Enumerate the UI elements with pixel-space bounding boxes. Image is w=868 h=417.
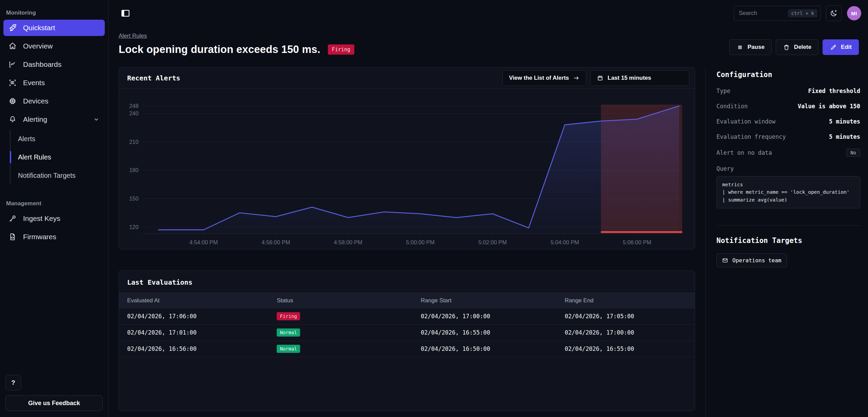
sidebar-toggle-icon[interactable] <box>120 8 131 18</box>
config-row: Condition Value is above 150 <box>716 103 860 110</box>
edit-button-label: Edit <box>841 44 852 51</box>
chart-icon <box>8 60 17 69</box>
content: Recent Alerts View the List of Alerts La… <box>108 67 705 417</box>
envelope-icon <box>722 257 728 264</box>
recent-alerts-card: Recent Alerts View the List of Alerts La… <box>119 67 695 249</box>
home-icon <box>8 42 17 51</box>
sidebar-item-label: Devices <box>23 97 48 105</box>
search-shortcut-kbd: ctrl + k <box>788 9 817 17</box>
column-header: Status <box>269 293 413 308</box>
sidebar-item-label: Events <box>23 79 45 87</box>
config-label: Evaluation window <box>716 118 775 125</box>
evaluated-at-cell: 02/04/2026, 16:56:00 <box>119 345 269 352</box>
range-start-cell: 02/04/2026, 16:55:00 <box>413 329 557 336</box>
chevron-down-icon[interactable] <box>93 116 100 123</box>
svg-text:4:58:00 PM: 4:58:00 PM <box>334 239 362 245</box>
sidebar-item-overview[interactable]: Overview <box>3 38 105 54</box>
sidebar-item-firmwares[interactable]: Firmwares <box>3 229 105 245</box>
notification-target-label: Operations team <box>732 257 782 264</box>
firmware-icon <box>8 232 17 241</box>
query-label: Query <box>716 165 860 172</box>
table-row: 02/04/2026, 16:56:00 Normal 02/04/2026, … <box>119 341 695 357</box>
config-row: Evaluation frequency 5 minutes <box>716 133 860 140</box>
last-evaluations-title: Last Evaluations <box>127 278 193 286</box>
status-badge: Normal <box>277 345 300 353</box>
config-label: Evaluation frequency <box>716 133 786 140</box>
sidebar-item-alerts[interactable]: Alerts <box>11 130 108 148</box>
bell-icon <box>8 115 17 124</box>
page-title: Lock opening duration exceeds 150 ms. <box>119 43 320 56</box>
notification-target-list: Operations team <box>716 253 860 267</box>
recent-alerts-title: Recent Alerts <box>127 74 180 82</box>
svg-text:210: 210 <box>129 139 138 145</box>
sidebar-item-alert-rules[interactable]: Alert Rules <box>11 148 108 166</box>
status-badge: Firing <box>328 44 354 55</box>
config-value: No <box>846 149 860 157</box>
sidebar-item-quickstart[interactable]: Quickstart <box>3 20 105 36</box>
evals-header-row: Evaluated AtStatusRange StartRange End <box>119 292 695 308</box>
recent-alerts-chart: 2482402101801501204:54:00 PM4:56:00 PM4:… <box>119 89 695 249</box>
section-items: Quickstart Overview Dashboards Events De… <box>0 20 108 185</box>
main-area: ctrl + k MI Alert Rules Lock opening dur… <box>108 0 868 417</box>
pause-button[interactable]: Pause <box>729 39 772 55</box>
search-box[interactable]: ctrl + k <box>734 6 821 21</box>
range-start-cell: 02/04/2026, 17:00:00 <box>413 313 557 320</box>
avatar[interactable]: MI <box>847 6 861 20</box>
events-icon <box>8 78 17 87</box>
help-button[interactable]: ? <box>5 375 21 391</box>
query-line: metrics <box>722 181 854 188</box>
time-range-picker[interactable]: Last 15 minutes <box>590 70 689 86</box>
sidebar-item-devices[interactable]: Devices <box>3 93 105 109</box>
config-row: Type Fixed threshold <box>716 88 860 94</box>
config-label: Type <box>716 88 730 94</box>
svg-text:248: 248 <box>129 103 138 109</box>
query-line: | summarize avg(value) <box>722 196 854 204</box>
trash-icon <box>783 44 790 51</box>
last-evaluations-card: Last Evaluations Evaluated AtStatusRange… <box>119 270 695 411</box>
edit-button[interactable]: Edit <box>823 39 859 55</box>
moon-icon <box>830 9 838 17</box>
status-badge: Firing <box>277 312 300 320</box>
svg-text:240: 240 <box>129 110 138 116</box>
sidebar-item-dashboards[interactable]: Dashboards <box>3 56 105 73</box>
right-panel: Configuration Type Fixed threshold Condi… <box>705 67 868 417</box>
range-end-cell: 02/04/2026, 16:55:00 <box>556 345 695 352</box>
config-row: Evaluation window 5 minutes <box>716 118 860 125</box>
calendar-icon <box>597 75 604 81</box>
delete-button[interactable]: Delete <box>776 39 818 55</box>
config-value: Fixed threshold <box>808 88 860 94</box>
column-header: Range Start <box>413 293 557 308</box>
section-items: Ingest Keys Firmwares <box>0 210 108 245</box>
config-value: 5 minutes <box>829 133 860 140</box>
sidebar-item-label: Firmwares <box>23 233 56 241</box>
svg-text:4:56:00 PM: 4:56:00 PM <box>262 239 290 245</box>
pencil-icon <box>830 44 837 51</box>
breadcrumb[interactable]: Alert Rules <box>119 33 147 39</box>
notification-target-chip[interactable]: Operations team <box>716 253 787 267</box>
view-alerts-list-label: View the List of Alerts <box>509 75 569 81</box>
svg-text:150: 150 <box>129 195 138 202</box>
sidebar-item-ingest-keys[interactable]: Ingest Keys <box>3 210 105 227</box>
rocket-icon <box>8 23 17 32</box>
view-alerts-list-button[interactable]: View the List of Alerts <box>502 70 586 86</box>
search-input[interactable] <box>739 10 788 17</box>
evaluated-at-cell: 02/04/2026, 17:01:00 <box>119 329 269 336</box>
query-line: | where metric_name == 'lock_open_durati… <box>722 188 854 196</box>
svg-text:4:54:00 PM: 4:54:00 PM <box>189 239 218 245</box>
delete-button-label: Delete <box>794 44 811 51</box>
pause-icon <box>736 44 744 51</box>
column-header: Range End <box>556 293 695 308</box>
config-row: Alert on no data No <box>716 149 860 157</box>
config-label: Condition <box>716 103 748 110</box>
feedback-button[interactable]: Give us Feedback <box>5 395 103 411</box>
sidebar-item-events[interactable]: Events <box>3 75 105 91</box>
sidebar-item-notification-targets[interactable]: Notification Targets <box>11 166 108 185</box>
sidebar-item-alerting[interactable]: Alerting <box>3 111 105 128</box>
time-range-label: Last 15 minutes <box>608 75 651 81</box>
theme-toggle-button[interactable] <box>826 5 842 21</box>
pause-button-label: Pause <box>748 44 765 51</box>
config-value: Value is above 150 <box>798 103 860 110</box>
sidebar-footer: ? Give us Feedback <box>0 375 108 411</box>
page-head: Alert Rules Lock opening duration exceed… <box>108 26 868 56</box>
status-badge: Normal <box>277 328 300 337</box>
